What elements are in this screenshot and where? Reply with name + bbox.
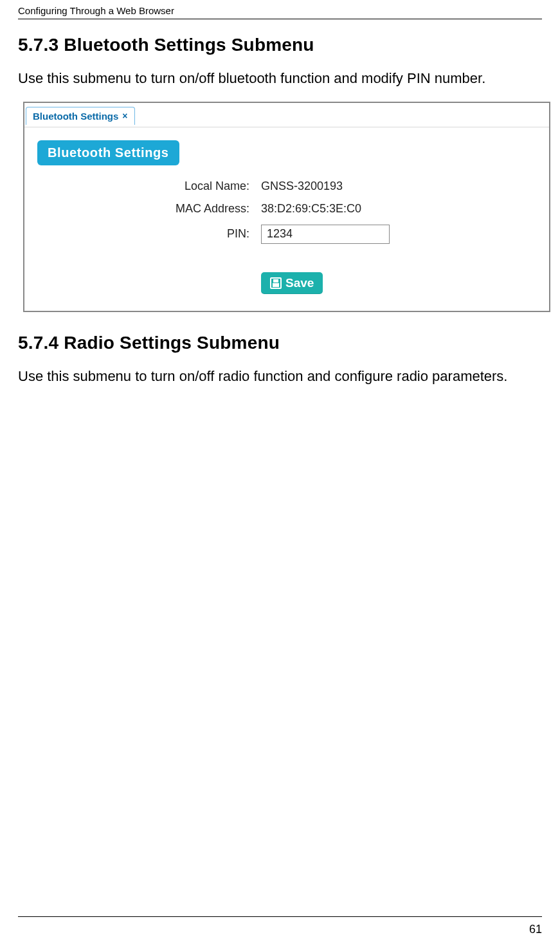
row-pin: PIN: [36,225,537,244]
running-header: Configuring Through a Web Browser [18,0,542,19]
close-icon[interactable]: × [122,111,127,120]
value-local-name: GNSS-3200193 [261,180,343,193]
section-574-title: 5.7.4 Radio Settings Submenu [18,333,542,353]
panel-title-badge: Bluetooth Settings [37,140,179,165]
save-icon [270,277,282,289]
row-mac-address: MAC Address: 38:D2:69:C5:3E:C0 [36,202,537,216]
label-mac-address: MAC Address: [36,202,261,216]
row-local-name: Local Name: GNSS-3200193 [36,180,537,193]
footer-divider [18,916,542,917]
value-mac-address: 38:D2:69:C5:3E:C0 [261,202,361,216]
page-number: 61 [529,923,542,936]
pin-input[interactable] [261,225,390,244]
section-573-intro: Use this submenu to turn on/off bluetoot… [18,69,542,88]
page-footer: 61 [529,923,542,936]
bluetooth-settings-panel: Bluetooth Settings Local Name: GNSS-3200… [24,127,549,311]
tab-bluetooth-settings[interactable]: Bluetooth Settings × [26,107,135,125]
label-local-name: Local Name: [36,180,261,193]
header-divider [18,19,542,19]
bluetooth-settings-screenshot: Bluetooth Settings × Bluetooth Settings … [23,102,550,312]
section-573-title: 5.7.3 Bluetooth Settings Submenu [18,35,542,55]
section-574-intro: Use this submenu to turn on/off radio fu… [18,367,542,385]
tab-label: Bluetooth Settings [33,111,118,122]
tab-strip: Bluetooth Settings × [24,103,549,127]
save-button-label: Save [285,276,314,290]
label-pin: PIN: [36,227,261,241]
save-button[interactable]: Save [261,272,323,294]
